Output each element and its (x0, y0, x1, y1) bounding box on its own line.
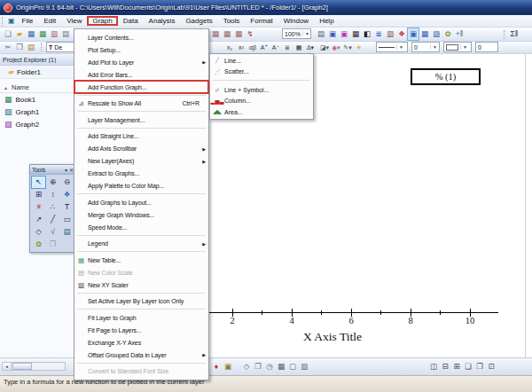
text-tool[interactable]: T (60, 201, 74, 213)
polygon-tool[interactable]: ◇ (32, 226, 45, 238)
add-object-button[interactable]: +‖ (454, 28, 465, 40)
scale-in-tool[interactable]: ⊞ (32, 189, 45, 200)
data-reader-tool[interactable]: ✳ (32, 201, 45, 213)
copy-button[interactable]: ❐ (14, 42, 25, 53)
submenu-item[interactable]: ▂▅▃ Column... (210, 96, 313, 107)
pattern-width-combo[interactable]: 0 (475, 42, 498, 52)
graph-menu-item[interactable]: ⊿ Rescale to Show All Ctrl+R (74, 98, 208, 110)
open-button[interactable]: ▰ (14, 28, 25, 40)
highlight-color-button[interactable]: ◉▾ (331, 42, 341, 53)
graph-template-button[interactable]: ▦ (210, 28, 221, 40)
video-button[interactable]: ▦ (350, 28, 361, 40)
menubar-item[interactable]: Graph (87, 16, 117, 26)
menubar-item[interactable]: Tools (218, 16, 246, 26)
toolbar-grip[interactable] (504, 30, 506, 39)
x-axis[interactable] (171, 312, 498, 313)
line-tool[interactable]: ╱ (46, 214, 59, 225)
toolbar-grip[interactable] (41, 43, 43, 51)
share-button[interactable]: ❖ (396, 28, 407, 40)
marker-button[interactable]: ♦ (211, 361, 222, 372)
contrast-button[interactable]: ◧ (362, 28, 372, 40)
polygon-object-button[interactable]: ◇ (241, 361, 252, 372)
submenu-item[interactable]: ·∕· Line + Symbol... (210, 84, 313, 96)
insert-graph-tool[interactable]: ▤ (60, 226, 74, 238)
graph-menu-item[interactable]: Merge Graph Windows... (74, 208, 208, 221)
new-function-plot-button[interactable]: ▤ (60, 28, 71, 40)
insert-graph-button[interactable]: ▣ (408, 28, 419, 40)
graph-menu-item[interactable]: Plot Setup... (74, 43, 208, 56)
graph-menu-item[interactable]: Fit Layer to Graph (74, 311, 208, 324)
submenu-item[interactable]: ◢◣ Area... (210, 106, 313, 118)
zoom-level-combo[interactable]: 100% ▼ (282, 28, 311, 39)
arrange-back-button[interactable]: ❐ (474, 361, 485, 372)
arrow-tool[interactable]: ↗ (32, 214, 45, 225)
pointer-tool[interactable]: ↖ (32, 176, 45, 188)
graph-menu-item[interactable]: Speed Mode... (74, 221, 208, 233)
graph-menu-item[interactable]: ▤ New Color Scale (74, 266, 208, 278)
increase-font-button[interactable]: A⁺ (259, 42, 270, 53)
graph-menu-item[interactable]: ▦ New Table... (74, 254, 208, 266)
clock-button[interactable]: ◷ (264, 361, 275, 372)
custom-toolbar-button[interactable]: ✿ (442, 28, 453, 40)
menubar-item[interactable]: Help (314, 16, 339, 26)
line-style-combo[interactable]: ▼ (376, 42, 408, 52)
font-combo[interactable]: T De (46, 42, 76, 52)
pencil-color-button[interactable]: ✎▾ (342, 42, 353, 53)
insert-worksheet-button[interactable]: ▦ (419, 28, 430, 40)
grid-button[interactable]: ▦ (293, 42, 304, 53)
spark-button[interactable]: ✳ (354, 42, 364, 53)
rescale-tool[interactable]: ✿ (32, 239, 45, 250)
picture-button[interactable]: ▥ (299, 361, 309, 372)
tile-vertical-button[interactable]: ⊞ (451, 361, 462, 372)
menubar-item[interactable]: Window (278, 16, 314, 26)
graph-menu-item[interactable]: New Layer(Axes) ▶ (74, 155, 208, 168)
fill-color-button[interactable]: ◪▾ (319, 42, 330, 53)
graph-menu-item[interactable]: Exchange X-Y Axes (74, 336, 208, 349)
font-color-button[interactable]: Δ▾ (305, 42, 316, 53)
data-selector-tool[interactable]: ∴ (46, 201, 59, 213)
graph-menu-item[interactable]: Layer Management... (74, 114, 208, 126)
menubar-item[interactable]: Edit (38, 16, 61, 26)
menubar-item[interactable]: Data (118, 16, 144, 26)
line-spacing-button[interactable]: ≣ (282, 42, 293, 53)
submenu-item[interactable]: ╱ Line... (210, 55, 313, 67)
graph-menu-item[interactable]: Add Plot to Layer ▶ (74, 56, 208, 68)
superscript-button[interactable]: x² (236, 42, 246, 53)
menubar-item[interactable]: File (17, 16, 39, 26)
insert-equation-tool[interactable]: √ (46, 226, 59, 238)
align-windows-button[interactable]: ◫ (428, 361, 439, 372)
frame-button[interactable]: ▢ (287, 361, 298, 372)
layer-tool[interactable]: ❐ (46, 239, 59, 250)
toolbar-grip[interactable] (2, 17, 4, 26)
graph-menu-item[interactable]: ▥ New XY Scaler (74, 278, 208, 291)
cut-button[interactable]: ✂ (3, 42, 13, 53)
graph-window-icon[interactable]: ▣ (8, 17, 15, 25)
subscript-button[interactable]: x₂ (224, 42, 235, 53)
graph-menu-item[interactable]: Add Axis Scrollbar ▶ (74, 143, 208, 155)
paste-button[interactable]: ▤ (26, 42, 36, 53)
fill-pattern-combo[interactable]: ▼ (443, 42, 472, 52)
speed-mode-button[interactable]: ↯ (245, 28, 255, 40)
line-width-combo[interactable]: 0 ▼ (411, 42, 440, 52)
layer-arrange-button[interactable]: ≣ (373, 28, 384, 40)
screen-reader-tool[interactable]: ❖ (60, 189, 74, 200)
new-graph-button[interactable]: ▦ (37, 28, 48, 40)
menubar-item[interactable]: Gadgets (180, 16, 217, 26)
menubar-item[interactable]: View (61, 16, 87, 26)
greek-button[interactable]: αβ (247, 42, 258, 53)
zoom-in-tool[interactable]: ⊕ (46, 176, 59, 188)
insert-matrix-button[interactable]: ▨ (431, 28, 442, 40)
graph-menu-item[interactable]: Add Error Bars... (74, 68, 208, 81)
print-button[interactable]: ▤ (316, 28, 326, 40)
graph-legend[interactable]: % (1) (411, 68, 481, 85)
graph-menu-item[interactable]: Layer Contents... (74, 31, 208, 43)
graph-menu-item[interactable]: Add Graphs to Layout... (74, 196, 208, 208)
scrollbar-thumb[interactable] (12, 363, 32, 370)
tile-horizontal-button[interactable]: ⊟ (440, 361, 450, 372)
tools-palette-titlebar[interactable]: Tools ▾ ✕ (30, 165, 75, 175)
rectangle-tool[interactable]: ▭ (60, 214, 74, 225)
menubar-item[interactable]: Format (245, 16, 278, 26)
zoom-out-tool[interactable]: ⊖ (60, 176, 74, 188)
graph-menu-item[interactable]: Apply Palette to Color Map... (74, 180, 208, 192)
x-axis-title[interactable]: X Axis Title (257, 330, 408, 344)
